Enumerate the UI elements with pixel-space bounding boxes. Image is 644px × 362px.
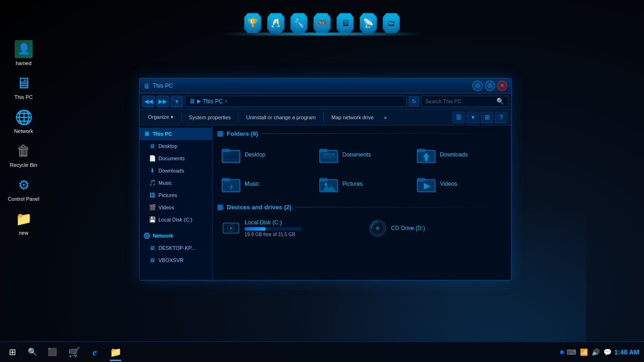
help-button[interactable]: ? <box>495 112 507 123</box>
start-button[interactable]: ⊞ <box>2 342 23 362</box>
maximize-button[interactable] <box>485 81 495 91</box>
folder-videos-icon <box>416 174 436 194</box>
desktop-icon-new[interactable]: 📁 new <box>5 207 42 238</box>
task-view-button[interactable]: ⬛ <box>42 345 62 359</box>
more-tools-button[interactable]: » <box>380 111 392 123</box>
taskbar-app-edge[interactable]: e <box>85 343 105 361</box>
sidebar-item-network[interactable]: 🌐 Network <box>140 230 212 242</box>
dock-icon-2[interactable]: 🥂 <box>265 7 287 33</box>
close-button[interactable]: ✕ <box>497 81 507 91</box>
top-dock: 🏆 🥂 🔧 🎮 🖥 📡 🗂 <box>223 0 421 35</box>
local-disk-name: Local Disk (C:) <box>245 219 301 226</box>
folder-documents-icon <box>319 145 339 165</box>
sidebar-item-desktop-kp[interactable]: 🖥 DESKTOP-KP... <box>140 242 212 254</box>
folder-desktop-label: Desktop <box>245 151 265 158</box>
dropdown-button[interactable]: ▾ <box>171 96 183 107</box>
folder-music[interactable]: ♪ Music <box>217 171 311 197</box>
sidebar-music-label: Music <box>158 180 172 186</box>
sidebar-item-localdisk[interactable]: 💾 Local Disk (C:) <box>140 214 212 226</box>
taskbar-app-store[interactable]: 🛒 <box>64 343 84 361</box>
back-button[interactable]: ◀◀ <box>142 96 155 107</box>
toolbar-sep-3 <box>323 113 324 122</box>
view-details-button[interactable]: ☰ <box>453 112 465 123</box>
drive-cd[interactable]: CD Drive (D:) <box>364 215 507 241</box>
dock-icon-4[interactable]: 🎮 <box>312 7 333 33</box>
tray-volume-icon[interactable]: 🔊 <box>592 348 600 356</box>
dock-icon-shape-7: 🗂 <box>383 13 400 33</box>
organize-button[interactable]: Organize ▾ <box>143 111 178 123</box>
taskbar-clock[interactable]: 1:48 AM <box>614 348 639 356</box>
sidebar-music-icon: 🎵 <box>149 180 156 186</box>
dock-icon-7[interactable]: 🗂 <box>381 7 402 33</box>
search-box[interactable]: Search This PC 🔍 <box>421 96 508 107</box>
folder-desktop[interactable]: Desktop <box>217 142 311 167</box>
title-bar: 🖥 This PC ✕ <box>140 78 511 93</box>
forward-button[interactable]: ▶▶ <box>157 96 169 107</box>
sidebar-item-vboxsvr[interactable]: 🖥 VBOXSVR <box>140 254 212 266</box>
sidebar-desktop-kp-label: DESKTOP-KP... <box>158 245 195 251</box>
view-tiles-button[interactable]: ⊞ <box>481 112 493 123</box>
sidebar-documents-label: Documents <box>158 156 185 161</box>
view-dropdown-button[interactable]: ▾ <box>467 112 479 123</box>
folder-documents[interactable]: Documents <box>315 142 409 167</box>
desktop-icon-network[interactable]: 🌐 Network <box>5 106 42 136</box>
folder-pictures[interactable]: Pictures <box>315 171 409 197</box>
sidebar-item-music[interactable]: 🎵 Music <box>140 177 212 189</box>
taskbar-search-button[interactable]: 🔍 <box>23 345 42 359</box>
hamed-label: hamed <box>16 60 32 66</box>
uninstall-button[interactable]: Uninstall or change a program <box>241 111 320 123</box>
dock-icon-5[interactable]: 🖥 <box>335 7 356 33</box>
svg-point-66 <box>324 183 327 186</box>
folder-videos[interactable]: Videos <box>413 171 506 197</box>
minimize-button[interactable] <box>472 81 483 91</box>
svg-rect-53 <box>320 150 338 163</box>
sidebar-item-thispc[interactable]: 🖥 This PC <box>140 128 212 140</box>
drive-local-disk[interactable]: Local Disk (C:) 19.8 GB free of 31.5 GB <box>217 215 360 241</box>
tray-keyboard-icon[interactable]: ⌨ <box>567 348 576 356</box>
sidebar-thispc-icon: 🖥 <box>143 131 150 137</box>
new-label: new <box>19 230 28 236</box>
tray-network-icon[interactable]: 📶 <box>580 348 588 356</box>
path-chevron: ▾ <box>225 99 227 104</box>
dock-icon-shape-5: 🖥 <box>337 13 354 33</box>
dock-icon-shape-3: 🔧 <box>290 13 307 33</box>
cd-drive-name: CD Drive (D:) <box>391 225 425 231</box>
drives-section-header: Devices and drives (2) <box>217 204 506 211</box>
sidebar-item-desktop[interactable]: 🖥 Desktop <box>140 140 212 152</box>
sidebar-desktop-kp-icon: 🖥 <box>149 245 156 251</box>
sidebar-desktop-label: Desktop <box>158 143 177 149</box>
sidebar-item-videos[interactable]: 🎬 Videos <box>140 201 212 214</box>
thispc-label: This PC <box>14 94 33 100</box>
title-bar-controls: ✕ <box>472 81 507 91</box>
desktop-icon-recycle[interactable]: 🗑 Recycle Bin <box>5 140 42 170</box>
dock-icon-3[interactable]: 🔧 <box>289 7 310 33</box>
sidebar-item-downloads[interactable]: ⬇ Downloads <box>140 165 212 177</box>
taskbar-app-explorer[interactable]: 📁 <box>106 343 125 361</box>
recycle-icon: 🗑 <box>14 141 33 160</box>
sidebar-documents-icon: 📄 <box>149 155 156 162</box>
dock-icon-6[interactable]: 📡 <box>358 7 379 33</box>
sidebar-item-documents[interactable]: 📄 Documents <box>140 152 212 165</box>
folder-downloads[interactable]: Downloads <box>413 142 506 167</box>
map-network-button[interactable]: Map network drive <box>327 111 379 123</box>
toolbar-sep-2 <box>238 113 239 122</box>
disk-usage-bar <box>245 227 301 230</box>
refresh-button[interactable]: ↻ <box>409 96 419 107</box>
folders-section-header: Folders (6) <box>217 130 506 137</box>
sidebar-videos-label: Videos <box>158 205 174 210</box>
taskbar-search-icon: 🔍 <box>28 347 37 356</box>
system-properties-button[interactable]: System properties <box>184 111 236 123</box>
title-bar-text: This PC <box>153 82 173 89</box>
sidebar-item-pictures[interactable]: 🖼 Pictures <box>140 189 212 201</box>
sidebar-localdisk-icon: 💾 <box>149 216 156 223</box>
svg-point-48 <box>489 85 491 87</box>
clock-time: 1:48 AM <box>614 348 639 356</box>
control-label: Control Panel <box>8 196 40 202</box>
address-path[interactable]: 🖥 ▶ This PC ▾ <box>185 96 407 107</box>
desktop-icon-control[interactable]: ⚙ Control Panel <box>5 173 42 204</box>
desktop-icon-hamed[interactable]: 👤 hamed <box>5 38 42 68</box>
desktop-icon-thispc[interactable]: 🖥 This PC <box>5 72 42 102</box>
svg-point-75 <box>231 228 232 229</box>
tray-chat-icon[interactable]: 💬 <box>603 348 611 356</box>
dock-icon-1[interactable]: 🏆 <box>242 7 264 33</box>
